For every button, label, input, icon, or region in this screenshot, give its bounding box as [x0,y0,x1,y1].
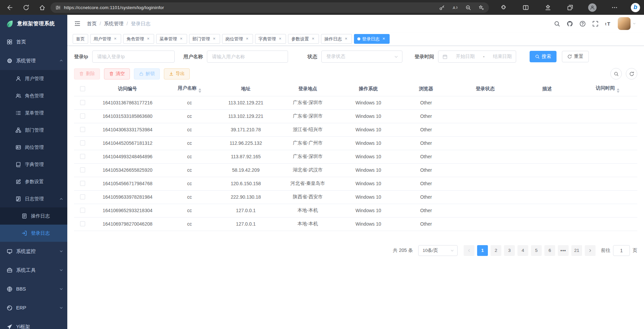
sidebar-item-登录日志[interactable]: 登录日志 [0,225,67,242]
column-header-用户名称[interactable]: 用户名称 [164,82,215,96]
table-row[interactable]: 1641069652933218304cc127.0.0.1本地-本机Windo… [74,204,637,217]
page-button-5[interactable]: 5 [531,245,542,256]
page-button-3[interactable]: 3 [504,245,515,256]
column-header-访问编号[interactable]: 访问编号 [91,82,164,96]
toggle-search-button[interactable] [610,68,622,79]
column-header-登录地点[interactable]: 登录地点 [277,82,339,96]
sidebar-item-操作日志[interactable]: 操作日志 [0,207,67,225]
export-button[interactable]: 导出 [164,68,190,79]
page-button-6[interactable]: 6 [544,245,555,256]
login-ip-input[interactable] [92,51,175,63]
tab-字典管理[interactable]: 字典管理× [255,34,286,44]
browser-split-screen-button[interactable] [520,2,531,13]
page-size-select[interactable]: 10条/页 [418,245,458,256]
browser-extensions-button[interactable] [498,2,509,13]
table-row[interactable]: 1641031367863177216cc113.102.129.221广东省-… [74,96,637,109]
font-size-button[interactable]: tT [605,21,611,27]
page-button-2[interactable]: 2 [491,245,501,256]
browser-ellipsis-button[interactable] [609,2,620,13]
browser-home-button[interactable] [36,2,48,13]
tab-菜单管理[interactable]: 菜单管理× [156,34,187,44]
refresh-table-button[interactable] [626,68,637,79]
row-checkbox[interactable] [80,167,85,172]
row-checkbox[interactable] [80,127,85,132]
search-button[interactable] [554,21,560,27]
delete-button[interactable]: 删除 [74,68,100,79]
bing-copilot-button[interactable]: b [631,3,640,12]
table-row[interactable]: 1641044993248464896cc113.87.92.165广东省-深圳… [74,150,637,163]
sidebar-item-字典管理[interactable]: 字典管理 [0,156,67,173]
browser-refresh-button[interactable] [20,2,32,13]
table-row[interactable]: 1641031533185863680cc113.102.129.221广东省-… [74,109,637,123]
close-tab-icon[interactable]: × [179,36,184,41]
tab-参数设置[interactable]: 参数设置× [288,34,319,44]
breadcrumb-item[interactable]: 系统管理 [104,21,123,27]
date-range-picker[interactable]: 开始日期 - 结束日期 [438,51,516,63]
hamburger-menu-button[interactable] [74,20,81,27]
tab-首页[interactable]: 首页 [73,34,88,44]
tab-用户管理[interactable]: 用户管理× [90,34,121,44]
status-select[interactable]: 登录状态 [321,51,402,63]
sidebar-item-ERP[interactable]: ERP [0,298,67,317]
sidebar-item-参数设置[interactable]: 参数设置 [0,173,67,190]
tab-角色管理[interactable]: 角色管理× [123,34,154,44]
sidebar-item-菜单管理[interactable]: 菜单管理 [0,104,67,122]
close-tab-icon[interactable]: × [146,36,151,41]
browser-favorites-bar-button[interactable] [542,2,553,13]
page-button-4[interactable]: 4 [517,245,528,256]
sidebar-item-角色管理[interactable]: 角色管理 [0,87,67,104]
address-bar[interactable]: https://ccnetcore.com:1101/system/log/lo… [50,2,489,13]
table-row[interactable]: 1641069798270046208cc127.0.0.1本地-本机Windo… [74,217,637,231]
table-row[interactable]: 1641059633978281984cc222.90.130.18陕西省-西安… [74,190,637,204]
column-header-描述[interactable]: 描述 [516,82,578,96]
browser-profile-button[interactable] [586,2,598,13]
row-checkbox[interactable] [80,194,85,199]
page-button-1[interactable]: 1 [477,245,488,256]
sidebar-item-部门管理[interactable]: 部门管理 [0,122,67,139]
prev-page-button[interactable] [464,245,474,256]
favorite-add-icon[interactable] [478,5,484,10]
question-button[interactable] [579,21,586,27]
table-row[interactable]: 1641054566717984768cc120.6.150.158河北省-秦皇… [74,177,637,190]
row-checkbox[interactable] [80,113,85,119]
row-checkbox[interactable] [80,208,85,213]
close-tab-icon[interactable]: × [113,36,118,41]
column-header-地址[interactable]: 地址 [215,82,277,96]
next-page-button[interactable] [585,245,596,256]
close-tab-icon[interactable]: × [311,36,316,41]
search-button[interactable]: 搜索 [530,51,557,62]
column-header-登录状态[interactable]: 登录状态 [454,82,516,96]
column-header-访问时间[interactable]: 访问时间 [578,82,637,96]
browser-back-button[interactable] [4,2,15,13]
sidebar-item-系统工具[interactable]: 系统工具 [0,261,67,279]
row-checkbox[interactable] [80,221,85,226]
sidebar-item-Yi框架[interactable]: Yi框架 [0,317,67,329]
sidebar-item-日志管理[interactable]: 日志管理 [0,190,67,207]
table-row[interactable]: 1641043063331753984cc39.171.210.78浙江省-绍兴… [74,123,637,136]
column-header-浏览器[interactable]: 浏览器 [398,82,454,96]
sort-icon[interactable] [199,88,201,93]
sidebar-item-系统监控[interactable]: 系统监控 [0,242,67,261]
column-header-操作系统[interactable]: 操作系统 [339,82,398,96]
close-tab-icon[interactable]: × [381,36,386,41]
table-row[interactable]: 1641044520567181312cc112.96.225.132广东省-广… [74,136,637,150]
browser-collections-button[interactable] [564,2,576,13]
fullscreen-button[interactable] [592,21,599,27]
sidebar-item-BBS[interactable]: BBS [0,279,67,298]
reset-button[interactable]: 重置 [562,51,589,62]
close-tab-icon[interactable]: × [212,36,217,41]
select-all-checkbox[interactable] [80,86,85,91]
breadcrumb-item[interactable]: 首页 [87,21,97,27]
more-pages-button[interactable]: ••• [558,245,569,256]
row-checkbox[interactable] [80,181,85,186]
sort-icon[interactable] [617,88,619,93]
tab-登录日志[interactable]: 登录日志× [354,34,390,44]
goto-page-input[interactable] [613,245,630,256]
row-checkbox[interactable] [80,154,85,159]
site-permissions-icon[interactable] [55,5,61,10]
tab-部门管理[interactable]: 部门管理× [189,34,220,44]
sidebar-item-系统管理[interactable]: 系统管理 [0,51,67,70]
user-avatar[interactable] [618,17,636,30]
zoom-out-icon[interactable] [465,5,471,10]
sidebar-item-首页[interactable]: 首页 [0,32,67,51]
